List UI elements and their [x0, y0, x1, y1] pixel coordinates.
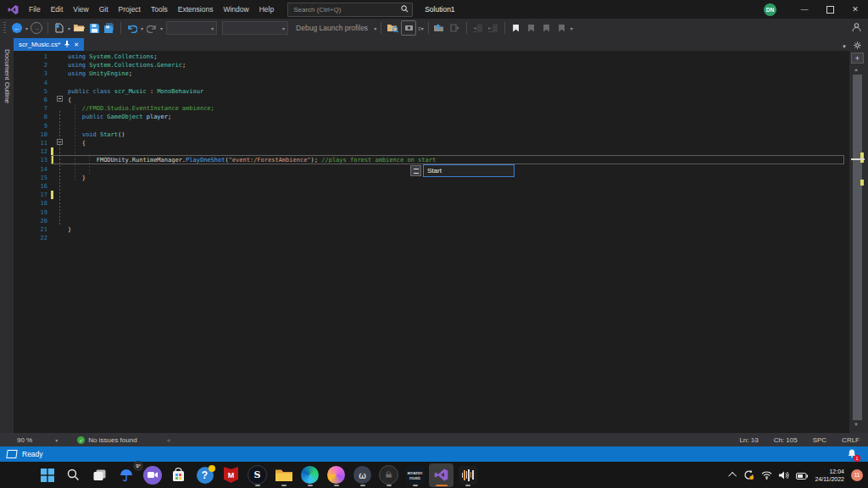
hscroll-left-icon[interactable]: ◄ [165, 437, 171, 443]
line-number[interactable]: 8 [14, 113, 47, 121]
code-line[interactable]: public GameObject player; [68, 113, 171, 121]
save-button[interactable] [87, 21, 101, 35]
menu-edit[interactable]: Edit [46, 0, 69, 19]
menu-git[interactable]: Git [94, 0, 114, 19]
menu-project[interactable]: Project [114, 0, 146, 19]
close-tab-icon[interactable]: ✕ [74, 42, 79, 48]
toggle-bookmark-button[interactable] [509, 21, 523, 35]
media-app-button[interactable] [324, 463, 348, 487]
close-button[interactable]: ✕ [843, 0, 868, 19]
hscroll-right-icon[interactable]: ► [752, 437, 758, 443]
intellisense-item-start[interactable]: Start [423, 164, 515, 177]
code-line[interactable]: { [68, 96, 71, 104]
platform-combobox[interactable]: ▾ [222, 21, 288, 35]
splitter-handle[interactable]: + [851, 53, 864, 64]
line-number[interactable]: 22 [14, 234, 47, 242]
line-number[interactable]: 7 [14, 104, 47, 113]
navigate-forward-button[interactable]: → [30, 21, 43, 35]
line-number[interactable]: 5 [14, 87, 47, 96]
line-number[interactable]: 12 [14, 147, 47, 156]
find-in-files-button[interactable] [386, 21, 399, 35]
gear-icon[interactable] [854, 42, 861, 51]
scroll-up-icon[interactable]: ▲ [854, 67, 859, 72]
file-explorer-button[interactable] [271, 463, 296, 487]
line-number[interactable]: 19 [14, 208, 47, 217]
debug-profiles-dropdown-icon[interactable]: ▾ [374, 25, 376, 31]
menu-file[interactable]: File [24, 0, 46, 19]
code-line[interactable]: void Start() [68, 130, 125, 139]
help-app-button[interactable]: ? [192, 463, 217, 487]
active-files-dropdown-icon[interactable]: ▼ [842, 44, 847, 49]
discord-button[interactable]: ω [350, 463, 375, 487]
notifications-button[interactable]: 1 [848, 449, 856, 459]
toolbar-grip[interactable] [3, 22, 6, 34]
code-line[interactable]: } [68, 225, 71, 234]
code-line[interactable]: FMODUnity.RuntimeManager.PlayOneShot("ev… [68, 156, 436, 164]
navigate-back-dropdown-icon[interactable]: ▾ [25, 25, 28, 31]
undo-dropdown-icon[interactable]: ▾ [141, 25, 143, 31]
battery-icon[interactable] [796, 468, 808, 483]
clock[interactable]: 12:04 24/11/2022 [815, 468, 844, 483]
line-number[interactable]: 14 [14, 165, 47, 174]
configuration-combobox[interactable]: ▾ [166, 21, 217, 35]
line-number[interactable]: 2 [14, 61, 47, 69]
scrollbar-thumb[interactable] [853, 75, 862, 420]
code-line[interactable]: //FMOD.Studio.EventInstance ambience; [68, 104, 214, 113]
undo-button[interactable] [125, 21, 139, 35]
video-chat-app-button[interactable] [140, 463, 164, 487]
navigate-back-button[interactable]: ← [10, 21, 24, 35]
line-number[interactable]: 4 [14, 79, 47, 87]
tab-scr-music[interactable]: scr_Music.cs* ✕ [14, 38, 84, 51]
code-line[interactable]: using System.Collections; [68, 53, 157, 61]
new-file-button[interactable] [53, 21, 66, 35]
line-number[interactable]: 16 [14, 182, 47, 191]
line-number[interactable]: 6 [14, 96, 47, 104]
status-spaces[interactable]: SPC [813, 436, 826, 444]
code-line[interactable]: public class scr_Music : MonoBehaviour [68, 87, 203, 96]
search-input[interactable]: Search (Ctrl+Q) [287, 3, 413, 17]
navigate-to-folder-button[interactable] [433, 21, 447, 35]
previous-bookmark-button[interactable] [525, 21, 538, 35]
code-line[interactable]: using System.Collections.Generic; [68, 61, 186, 69]
menu-window[interactable]: Window [218, 0, 253, 19]
menu-help[interactable]: Help [254, 0, 279, 19]
s-app-button[interactable]: S [245, 463, 270, 487]
status-eol[interactable]: CRLF [842, 436, 860, 444]
minimize-button[interactable]: — [792, 0, 817, 19]
notification-count-badge[interactable]: 11 [851, 469, 863, 481]
intellisense-dropdown-icon[interactable]: ≡▾ [418, 25, 424, 31]
next-bookmark-button[interactable] [540, 21, 554, 35]
redo-button[interactable] [145, 21, 159, 35]
scroll-down-icon[interactable]: ▼ [854, 422, 859, 427]
toolbar-overflow-icon[interactable]: ▾ [570, 25, 573, 31]
menu-extensions[interactable]: Extensions [173, 0, 219, 19]
task-view-button[interactable] [87, 463, 112, 487]
sync-document-button[interactable] [448, 21, 462, 35]
document-outline-side-tab[interactable]: Document Outline [0, 37, 14, 433]
line-number[interactable]: 18 [14, 199, 47, 208]
update-sync-icon[interactable] [743, 469, 754, 480]
vertical-scrollbar[interactable]: + ▲ ▼ [849, 51, 868, 433]
zoom-selector[interactable]: 90 % ▾ [17, 436, 58, 444]
start-button[interactable] [35, 463, 59, 487]
taskbar-search-button[interactable] [61, 463, 86, 487]
zoom-dropdown-icon[interactable]: ▾ [55, 437, 58, 443]
restore-button[interactable] [817, 0, 843, 19]
amazon-music-button[interactable]: amazon music [403, 463, 427, 487]
hidden-icons-chevron-icon[interactable] [729, 472, 737, 480]
weather-widget-button[interactable]: 9° [114, 463, 138, 487]
wifi-icon[interactable] [761, 468, 772, 483]
open-file-button[interactable] [72, 21, 86, 35]
line-number[interactable]: 13 [14, 156, 47, 164]
audio-app-button[interactable] [455, 463, 480, 487]
pin-icon[interactable] [64, 41, 70, 49]
debug-launch-profiles-button[interactable]: Debug Launch profiles [296, 24, 368, 32]
line-number[interactable]: 1 [14, 53, 47, 61]
code-line[interactable]: using UnityEngine; [68, 69, 132, 78]
indent-button[interactable] [487, 21, 500, 35]
redo-dropdown-icon[interactable]: ▾ [160, 25, 163, 31]
microsoft-store-button[interactable] [166, 463, 191, 487]
unindent-button[interactable] [471, 21, 485, 35]
game-app-button[interactable]: ☠ [376, 463, 401, 487]
clear-bookmarks-button[interactable] [555, 21, 569, 35]
